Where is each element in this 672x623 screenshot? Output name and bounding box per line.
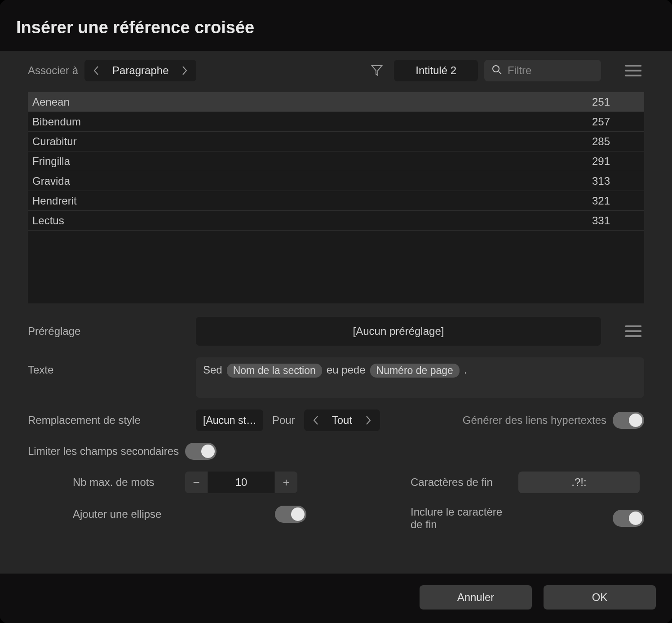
menu-icon[interactable]: [623, 60, 644, 81]
svg-marker-0: [372, 66, 382, 76]
ellipsis-toggle[interactable]: [275, 506, 306, 523]
list-item-name: Hendrerit: [32, 195, 77, 207]
style-override-selector[interactable]: [Aucun st…: [196, 409, 263, 431]
filter-icon[interactable]: [366, 60, 388, 81]
list-item-page: 251: [592, 96, 610, 108]
list-item[interactable]: Gravida313: [28, 171, 644, 191]
dialog-window: Insérer une référence croisée Associer à…: [0, 0, 672, 623]
content-area: Associer à Paragraphe Intitulé 2: [0, 51, 672, 574]
search-icon: [491, 64, 502, 77]
pour-label: Pour: [272, 414, 295, 427]
stepper-plus[interactable]: +: [275, 472, 297, 493]
max-words-stepper[interactable]: − 10 +: [185, 472, 297, 493]
search-input[interactable]: [508, 64, 594, 77]
limit-label: Limiter les champs secondaires: [28, 445, 179, 458]
text-fragment: .: [464, 364, 467, 376]
text-label: Texte: [28, 357, 190, 376]
list-item-name: Lectus: [32, 214, 64, 227]
list-item-page: 321: [592, 195, 610, 207]
list-item[interactable]: Fringilla291: [28, 151, 644, 171]
ellipsis-label: Ajouter une ellipse: [73, 508, 176, 521]
hyperlinks-toggle[interactable]: [613, 412, 644, 429]
cancel-button[interactable]: Annuler: [420, 585, 532, 610]
link-to-label: Associer à: [28, 64, 78, 77]
list-item-name: Fringilla: [32, 155, 70, 168]
heading-filter[interactable]: Intitulé 2: [394, 60, 478, 81]
dialog-title: Insérer une référence croisée: [16, 18, 656, 37]
list-item-name: Bibendum: [32, 116, 81, 128]
chevron-left-icon[interactable]: [308, 409, 324, 431]
list-item-page: 291: [592, 155, 610, 168]
limit-toggle[interactable]: [185, 443, 217, 460]
list-item-page: 257: [592, 116, 610, 128]
stepper-minus[interactable]: −: [185, 472, 208, 493]
list-item[interactable]: Hendrerit321: [28, 191, 644, 211]
list-item-page: 313: [592, 175, 610, 187]
max-words-value[interactable]: 10: [208, 472, 275, 493]
svg-point-1: [493, 66, 499, 72]
style-label: Remplacement de style: [28, 414, 190, 427]
ok-button[interactable]: OK: [544, 585, 656, 610]
pour-selector[interactable]: Tout: [304, 409, 380, 431]
heading-filter-value: Intitulé 2: [416, 64, 456, 77]
list-item-name: Aenean: [32, 96, 70, 108]
text-token[interactable]: Nom de la section: [227, 364, 322, 378]
end-chars-label: Caractères de fin: [411, 476, 509, 489]
svg-line-2: [499, 71, 501, 74]
text-fragment: Sed: [203, 364, 222, 376]
include-end-toggle[interactable]: [613, 510, 644, 527]
type-selector[interactable]: Paragraphe: [84, 60, 196, 81]
preset-menu-icon[interactable]: [623, 320, 644, 342]
titlebar: Insérer une référence croisée: [0, 0, 672, 51]
list-item-page: 285: [592, 135, 610, 148]
reference-list[interactable]: Aenean251Bibendum257Curabitur285Fringill…: [28, 92, 644, 303]
footer: Annuler OK: [0, 574, 672, 623]
list-item[interactable]: Bibendum257: [28, 112, 644, 132]
options-panel: Préréglage [Aucun préréglage] Texte SedN…: [28, 317, 644, 531]
list-item-name: Curabitur: [32, 135, 77, 148]
preset-label: Préréglage: [28, 325, 190, 338]
text-token[interactable]: Numéro de page: [370, 364, 460, 378]
chevron-right-icon[interactable]: [360, 409, 376, 431]
hyperlinks-label: Générer des liens hypertextes: [463, 414, 606, 427]
search-box[interactable]: [484, 60, 601, 81]
text-fragment: eu pede: [327, 364, 366, 376]
list-item[interactable]: Curabitur285: [28, 132, 644, 151]
max-words-label: Nb max. de mots: [73, 476, 176, 489]
include-end-label: Inclure le caractère de fin: [411, 506, 509, 531]
type-selector-value: Paragraphe: [104, 64, 177, 77]
chevron-right-icon[interactable]: [177, 60, 193, 81]
preset-selector[interactable]: [Aucun préréglage]: [196, 317, 601, 346]
list-item[interactable]: Aenean251: [28, 92, 644, 112]
list-item-page: 331: [592, 214, 610, 227]
toolbar: Associer à Paragraphe Intitulé 2: [28, 60, 644, 81]
list-item[interactable]: Lectus331: [28, 211, 644, 231]
text-template[interactable]: SedNom de la sectioneu pedeNuméro de pag…: [196, 357, 644, 398]
chevron-left-icon[interactable]: [88, 60, 104, 81]
list-item-name: Gravida: [32, 175, 70, 187]
end-chars-input[interactable]: .?!:: [518, 472, 640, 493]
